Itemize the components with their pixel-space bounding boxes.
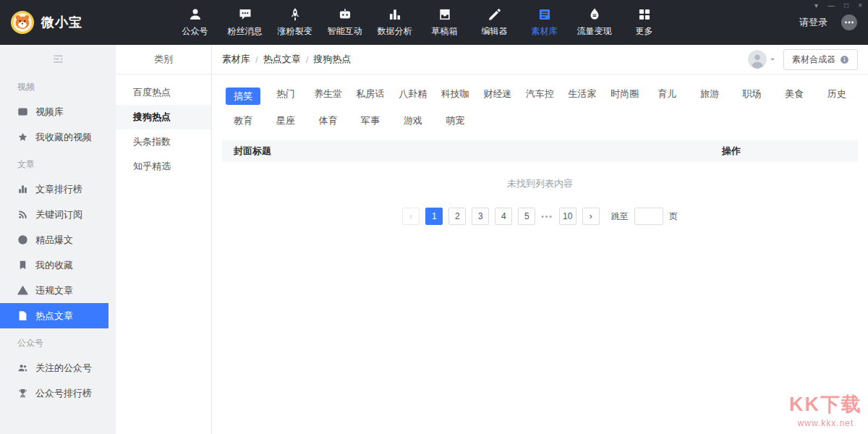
topnav-item-drafts[interactable]: 草稿箱 xyxy=(420,7,469,38)
category-panel: 类别 百度热点 搜狗热点 头条指数 知乎精选 xyxy=(116,45,212,434)
page-unit-label: 页 xyxy=(669,210,678,223)
content-area: 搞笑 热门 养生堂 私房话 八卦精 科技咖 财经迷 汽车控 生活家 时尚圈 育儿… xyxy=(212,75,868,434)
coin-drop-icon xyxy=(587,7,602,22)
jump-to-label: 跳至 xyxy=(611,210,629,223)
topbar: 微小宝 公众号 粉丝消息 涨粉裂变 智能互动 数据分析 草稿箱 编辑器 xyxy=(0,0,868,45)
robot-icon xyxy=(338,7,352,22)
category-item-baidu-hot[interactable]: 百度热点 xyxy=(116,80,211,105)
library-icon xyxy=(537,7,552,22)
tag-item[interactable]: 汽车控 xyxy=(526,88,554,105)
tag-item[interactable]: 教育 xyxy=(234,114,252,127)
category-item-zhihu-picks[interactable]: 知乎精选 xyxy=(116,154,211,179)
page-button-1[interactable]: 1 xyxy=(425,208,443,225)
page-button-10[interactable]: 10 xyxy=(559,208,576,225)
tag-item[interactable]: 科技咖 xyxy=(441,88,469,105)
minimize-icon[interactable]: — xyxy=(827,1,835,10)
breadcrumb-hot-articles[interactable]: 热点文章 xyxy=(263,53,301,66)
rss-icon xyxy=(17,209,28,220)
topnav-item-more[interactable]: 更多 xyxy=(619,7,669,38)
smile-icon xyxy=(17,234,28,245)
sidebar-item-video-library[interactable]: 视频库 xyxy=(0,99,116,124)
tag-item[interactable]: 养生堂 xyxy=(314,88,342,105)
topnav-item-material-library[interactable]: 素材库 xyxy=(519,7,569,38)
window-menu-icon[interactable]: ▾ xyxy=(814,1,818,10)
warning-icon xyxy=(17,285,28,296)
tag-item[interactable]: 职场 xyxy=(742,88,761,105)
jump-page-input[interactable] xyxy=(634,208,663,225)
topnav-item-smart-interaction[interactable]: 智能互动 xyxy=(320,7,370,38)
close-icon[interactable]: × xyxy=(858,1,862,10)
topnav-item-data-analysis[interactable]: 数据分析 xyxy=(370,7,420,38)
prev-page-icon[interactable]: ‹ xyxy=(402,208,420,225)
tag-item[interactable]: 八卦精 xyxy=(399,88,427,105)
tag-item[interactable]: 财经迷 xyxy=(483,88,511,105)
topnav-item-official-account[interactable]: 公众号 xyxy=(170,7,220,38)
column-action: 操作 xyxy=(722,145,741,158)
top-nav: 公众号 粉丝消息 涨粉裂变 智能互动 数据分析 草稿箱 编辑器 素材库 xyxy=(170,7,669,38)
tag-item[interactable]: 旅游 xyxy=(700,88,719,105)
tag-item[interactable]: 育儿 xyxy=(658,88,676,105)
info-circle-icon xyxy=(840,55,849,64)
rocket-icon xyxy=(288,7,302,22)
tag-item[interactable]: 私房话 xyxy=(357,88,385,105)
tag-item[interactable]: 搞笑 xyxy=(226,88,260,105)
material-composer-button[interactable]: 素材合成器 xyxy=(783,49,858,70)
sidebar-item-article-ranking[interactable]: 文章排行榜 xyxy=(0,176,116,202)
login-link[interactable]: 请登录 xyxy=(799,16,827,29)
topnav-item-fan-messages[interactable]: 粉丝消息 xyxy=(220,7,270,38)
tag-item[interactable]: 历史 xyxy=(827,88,846,105)
sidebar-item-keyword-subscription[interactable]: 关键词订阅 xyxy=(0,202,116,227)
person-icon xyxy=(188,7,203,22)
topnav-item-fan-growth[interactable]: 涨粉裂变 xyxy=(270,7,320,38)
tag-item[interactable]: 时尚圈 xyxy=(610,88,639,105)
inbox-icon xyxy=(438,7,452,22)
sidebar-collapse-icon[interactable] xyxy=(52,53,64,65)
document-icon xyxy=(17,310,28,321)
bookmark-icon xyxy=(17,260,28,271)
user-avatar-dropdown[interactable] xyxy=(748,50,776,69)
sidebar-item-violation-articles[interactable]: 违规文章 xyxy=(0,278,116,303)
pagination: ‹ 1 2 3 4 5 ••• 10 › 跳至 页 xyxy=(222,208,858,225)
star-icon xyxy=(17,132,28,142)
avatar-icon xyxy=(748,50,767,69)
main-content: 素材库 / 热点文章 / 搜狗热点 素材合成器 搞笑 热门 xyxy=(212,45,868,434)
category-item-toutiao-index[interactable]: 头条指数 xyxy=(116,129,211,154)
tag-item[interactable]: 体育 xyxy=(318,114,337,127)
next-page-icon[interactable]: › xyxy=(582,208,600,225)
ranking-icon xyxy=(17,184,28,195)
sidebar-item-my-favorites[interactable]: 我的收藏 xyxy=(0,252,116,278)
topnav-item-editor[interactable]: 编辑器 xyxy=(469,7,519,38)
page-button-4[interactable]: 4 xyxy=(495,208,512,225)
tag-item[interactable]: 美食 xyxy=(785,88,804,105)
app-logo-icon xyxy=(10,10,35,35)
sidebar-item-hot-articles[interactable]: 热点文章 xyxy=(0,303,109,328)
tag-item[interactable]: 游戏 xyxy=(404,114,422,127)
message-bubble-icon[interactable] xyxy=(841,14,858,31)
chat-dots-icon xyxy=(238,7,252,22)
maximize-icon[interactable]: □ xyxy=(844,1,848,10)
page-button-5[interactable]: 5 xyxy=(518,208,535,225)
breadcrumb: 素材库 / 热点文章 / 搜狗热点 xyxy=(222,53,351,66)
tag-item[interactable]: 热门 xyxy=(276,88,295,105)
tag-item[interactable]: 生活家 xyxy=(569,88,597,105)
tag-item[interactable]: 军事 xyxy=(361,114,380,127)
sidebar-item-featured-articles[interactable]: 精品爆文 xyxy=(0,227,116,252)
tag-item[interactable]: 萌宠 xyxy=(446,114,464,127)
tag-filter: 搞笑 热门 养生堂 私房话 八卦精 科技咖 财经迷 汽车控 生活家 时尚圈 育儿… xyxy=(222,88,858,127)
category-item-sogou-hot[interactable]: 搜狗热点 xyxy=(116,105,211,129)
topbar-right: 请登录 xyxy=(799,14,858,31)
sidebar-item-followed-accounts[interactable]: 关注的公众号 xyxy=(0,355,116,380)
sidebar-item-favorite-videos[interactable]: 我收藏的视频 xyxy=(0,124,116,150)
table-header: 封面标题 操作 xyxy=(222,140,858,162)
sidebar-item-account-ranking[interactable]: 公众号排行榜 xyxy=(0,380,116,406)
people-icon xyxy=(17,362,28,373)
page-button-3[interactable]: 3 xyxy=(472,208,489,225)
page-button-2[interactable]: 2 xyxy=(448,208,466,225)
chevron-down-icon xyxy=(769,56,776,63)
topnav-item-monetization[interactable]: 流量变现 xyxy=(569,7,619,38)
tag-item[interactable]: 星座 xyxy=(276,114,295,127)
breadcrumb-material-library[interactable]: 素材库 xyxy=(222,53,250,66)
sidebar-section-articles: 文章 xyxy=(0,150,116,176)
workspace: 视频 视频库 我收藏的视频 文章 文章排行榜 关键词订阅 精品爆文 我的收藏 xyxy=(0,45,868,434)
sidebar-section-video: 视频 xyxy=(0,72,116,99)
